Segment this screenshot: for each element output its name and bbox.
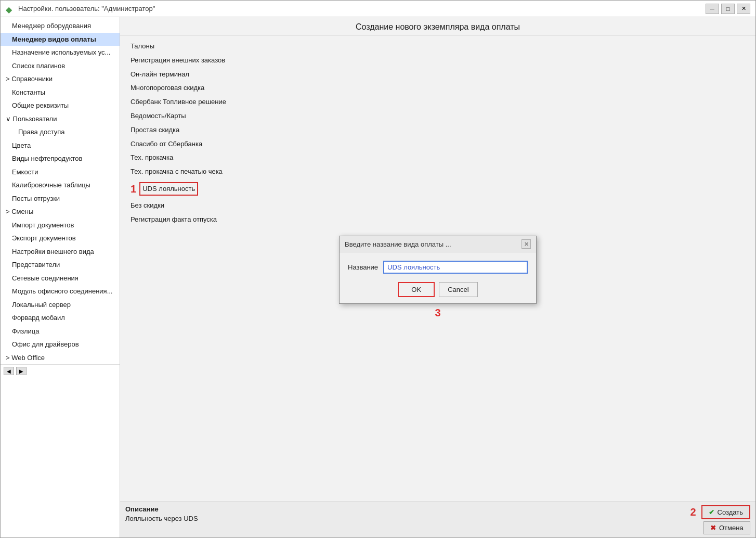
sidebar-item-colors[interactable]: Цвета: [1, 139, 120, 152]
step3-label: 3: [435, 307, 440, 318]
sidebar-item-calibration-tables[interactable]: Калибровочные таблицы: [1, 178, 120, 192]
sidebar-item-equipment-manager[interactable]: Менеджер оборудования: [1, 19, 120, 33]
close-button[interactable]: ✕: [737, 4, 750, 14]
sidebar-item-oil-types[interactable]: Виды нефтепродуктов: [1, 152, 120, 165]
sidebar-item-appearance-settings[interactable]: Настройки внешнего вида: [1, 245, 120, 259]
window-title: Настройки. пользователь: "Администратор": [18, 5, 155, 12]
modal-name-input[interactable]: [383, 261, 528, 274]
modal-title-bar: Введите название вида оплаты ... ✕: [340, 236, 536, 252]
modal-title: Введите название вида оплаты ...: [345, 240, 451, 248]
sidebar-item-local-server[interactable]: Локальный сервер: [1, 298, 120, 312]
modal-buttons: OK Cancel: [348, 282, 528, 297]
sidebar-item-fizlica[interactable]: Физлица: [1, 325, 120, 338]
sidebar-item-drivers-office[interactable]: Офис для драйверов: [1, 338, 120, 351]
sidebar-item-users[interactable]: ∨ Пользователи: [1, 112, 120, 126]
sidebar-item-access-rights[interactable]: Права доступа: [1, 125, 120, 139]
sidebar-item-representatives[interactable]: Представители: [1, 258, 120, 272]
sidebar-item-office-module[interactable]: Модуль офисного соединения...: [1, 285, 120, 298]
sidebar-item-network-connections[interactable]: Сетевые соединения: [1, 272, 120, 285]
sidebar-item-references[interactable]: > Справочники: [1, 72, 120, 86]
sidebar-item-plugins-list[interactable]: Список плагинов: [1, 59, 120, 73]
sidebar-item-common-props[interactable]: Общие реквизиты: [1, 99, 120, 112]
app-icon: ◆: [6, 5, 14, 13]
sidebar-item-web-office[interactable]: > Web Office: [1, 351, 120, 365]
sidebar-item-constants[interactable]: Константы: [1, 86, 120, 99]
nav-forward-button[interactable]: ▶: [16, 367, 27, 375]
title-bar-left: ◆ Настройки. пользователь: "Администрато…: [6, 5, 155, 13]
modal-dialog: Введите название вида оплаты ... ✕ Назва…: [339, 236, 537, 304]
modal-wrapper: Введите название вида оплаты ... ✕ Назва…: [339, 236, 537, 319]
sidebar-item-payment-types-manager[interactable]: Менеджер видов оплаты: [1, 33, 120, 46]
modal-ok-button[interactable]: OK: [398, 282, 435, 297]
sidebar-item-dispatch-posts[interactable]: Посты отгрузки: [1, 192, 120, 206]
title-bar: ◆ Настройки. пользователь: "Администрато…: [1, 1, 755, 17]
title-bar-controls: ─ □ ✕: [706, 4, 750, 14]
sidebar: Менеджер оборудованияМенеджер видов опла…: [1, 17, 120, 537]
modal-overlay: Введите название вида оплаты ... ✕ Назва…: [120, 17, 755, 537]
sidebar-item-export-docs[interactable]: Экспорт документов: [1, 232, 120, 245]
minimize-button[interactable]: ─: [706, 4, 719, 14]
step3-container: 3: [339, 307, 537, 319]
main-window: ◆ Настройки. пользователь: "Администрато…: [0, 0, 756, 538]
modal-body: Название OK Cancel: [340, 252, 536, 303]
modal-field-row: Название: [348, 261, 528, 274]
sidebar-item-shifts[interactable]: > Смены: [1, 205, 120, 219]
maximize-button[interactable]: □: [721, 4, 735, 14]
sidebar-item-services-assignment[interactable]: Назначение используемых ус...: [1, 46, 120, 59]
sidebar-item-forward-mobile[interactable]: Форвард мобаил: [1, 311, 120, 325]
modal-cancel-button[interactable]: Cancel: [439, 282, 477, 297]
content-area: Менеджер оборудованияМенеджер видов опла…: [1, 17, 755, 537]
sidebar-item-import-docs[interactable]: Импорт документов: [1, 219, 120, 232]
main-panel: Создание нового экземпляра вида оплаты Т…: [120, 17, 755, 537]
sidebar-nav-bottom: ◀ ▶: [1, 364, 120, 377]
modal-field-label: Название: [348, 263, 378, 271]
nav-back-button[interactable]: ◀: [4, 367, 14, 375]
sidebar-item-capacities[interactable]: Емкости: [1, 165, 120, 179]
modal-close-button[interactable]: ✕: [522, 239, 531, 249]
